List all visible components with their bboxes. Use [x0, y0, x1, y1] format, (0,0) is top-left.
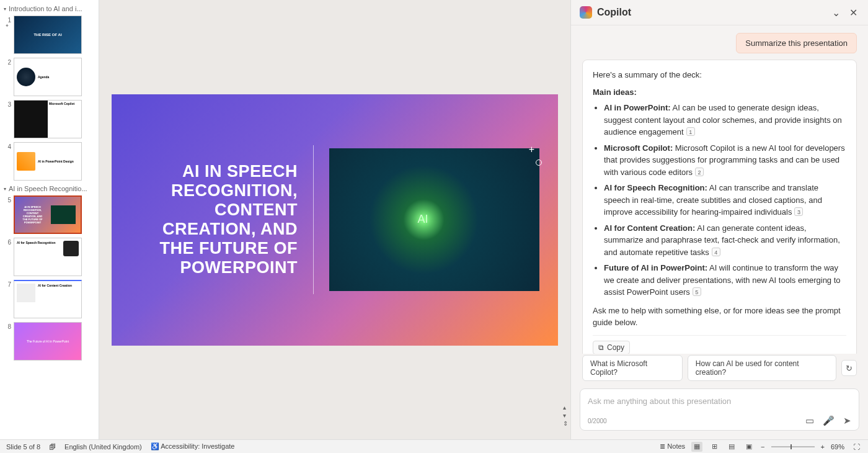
- language-status[interactable]: English (United Kingdom): [64, 443, 142, 451]
- slide-thumbnail-panel[interactable]: Introduction to AI and i... 1✦ THE RISE …: [0, 0, 99, 439]
- reference-badge[interactable]: 5: [693, 287, 701, 296]
- copilot-header: Copilot ⌄ ✕: [571, 0, 868, 25]
- copilot-logo-icon: [580, 6, 592, 19]
- refresh-suggestions-icon[interactable]: ↻: [841, 360, 857, 376]
- send-icon[interactable]: ➤: [843, 415, 851, 426]
- zoom-out-icon[interactable]: −: [761, 443, 764, 451]
- reference-badge[interactable]: 4: [712, 248, 720, 256]
- thumb-slide-7[interactable]: 7 AI for Content Creation: [0, 278, 99, 320]
- thumb-number: 4: [5, 142, 11, 150]
- notes-toggle[interactable]: ≣ Notes: [660, 442, 685, 451]
- copilot-input-box[interactable]: 0/2000 ▭ 🎤 ➤: [580, 388, 859, 431]
- notes-icon[interactable]: 🗐: [49, 443, 56, 451]
- suggestion-pill-1[interactable]: What is Microsoft Copilot?: [582, 355, 683, 381]
- thumb-number: 2: [5, 58, 11, 66]
- reply-outro: Ask me to help with something else, or f…: [593, 305, 846, 329]
- copilot-conversation[interactable]: Summarize this presentation Here's a sum…: [571, 25, 868, 354]
- add-icon[interactable]: +: [529, 144, 534, 155]
- stage-scroll-buttons[interactable]: ▴ ▾ ⇕: [563, 404, 568, 427]
- scroll-up-icon[interactable]: ▴: [563, 404, 568, 411]
- status-bar: Slide 5 of 8 🗐 English (United Kingdom) …: [0, 439, 868, 453]
- reference-badge[interactable]: 3: [794, 207, 803, 216]
- thumb-number: 3: [5, 100, 11, 108]
- prompt-guide-icon[interactable]: ▭: [805, 415, 814, 426]
- slide-hero-image[interactable]: [329, 148, 539, 291]
- list-item: AI for Speech Recognition: AI can transc…: [604, 182, 846, 218]
- user-message: Summarize this presentation: [736, 33, 857, 53]
- thumb-number: 7: [5, 280, 11, 288]
- slide-counter[interactable]: Slide 5 of 8: [6, 443, 40, 451]
- normal-view-icon[interactable]: ▦: [691, 442, 702, 452]
- reply-bullets: AI in PowerPoint: AI can be used to gene…: [593, 102, 846, 298]
- star-icon: ✦: [5, 24, 11, 29]
- close-icon[interactable]: ✕: [847, 7, 859, 19]
- sorter-view-icon[interactable]: ⊞: [709, 442, 720, 452]
- copilot-reply: Here's a summary of the deck: Main ideas…: [582, 60, 857, 354]
- chevron-down-icon[interactable]: ⌄: [830, 7, 842, 19]
- reading-view-icon[interactable]: ▤: [726, 442, 737, 452]
- thumb-slide-6[interactable]: 6 AI for Speech Recognition: [0, 236, 99, 278]
- reply-intro: Here's a summary of the deck:: [593, 69, 846, 81]
- scroll-split-icon[interactable]: ⇕: [563, 420, 568, 427]
- copilot-panel: Copilot ⌄ ✕ Summarize this presentation …: [570, 0, 868, 439]
- accessibility-icon: ♿: [151, 442, 159, 450]
- thumb-number: 6: [5, 238, 11, 246]
- suggestion-row: What is Microsoft Copilot? How can AI be…: [571, 354, 868, 386]
- thumb-slide-3[interactable]: 3 Microsoft Copilot: [0, 98, 99, 140]
- zoom-slider[interactable]: [771, 446, 815, 447]
- copilot-title: Copilot: [597, 7, 825, 18]
- fit-to-window-icon[interactable]: ⛶: [851, 442, 862, 452]
- circle-icon[interactable]: [536, 159, 542, 166]
- thumb-slide-4[interactable]: 4 AI in PowerPoint Design: [0, 140, 99, 182]
- section-header-intro[interactable]: Introduction to AI and i...: [0, 2, 99, 14]
- thumb-slide-1[interactable]: 1✦ THE RISE OF AI: [0, 14, 99, 56]
- zoom-in-icon[interactable]: +: [821, 443, 825, 451]
- slideshow-view-icon[interactable]: ▣: [743, 442, 755, 452]
- thumb-slide-8[interactable]: 8 The Future of AI in PowerPoint: [0, 320, 99, 362]
- microphone-icon[interactable]: 🎤: [823, 415, 835, 426]
- list-item: Microsoft Copilot: Microsoft Copilot is …: [604, 142, 846, 179]
- section-header-speech[interactable]: AI in Speech Recognitio...: [0, 182, 99, 194]
- thumb-number: 8: [5, 322, 11, 330]
- thumb-slide-2[interactable]: 2 Agenda: [0, 56, 99, 98]
- copy-button[interactable]: ⧉ Copy: [593, 341, 630, 354]
- accessibility-status[interactable]: ♿ Accessibility: Investigate: [151, 442, 235, 451]
- copilot-prompt-input[interactable]: [588, 397, 851, 406]
- slide-stage[interactable]: AI IN SPEECH RECOGNITION, CONTENT CREATI…: [99, 0, 570, 439]
- thumb-slide-5[interactable]: 5 AI IN SPEECH RECOGNITION, CONTENT CREA…: [0, 194, 99, 236]
- thumb-number: 5: [5, 195, 11, 204]
- current-slide[interactable]: AI IN SPEECH RECOGNITION, CONTENT CREATI…: [112, 94, 558, 346]
- list-item: AI for Content Creation: AI can generate…: [604, 222, 846, 259]
- char-counter: 0/2000: [588, 418, 607, 424]
- main-ideas-heading: Main ideas:: [593, 86, 846, 99]
- reference-badge[interactable]: 1: [686, 127, 695, 136]
- list-item: Future of AI in PowerPoint: AI will cont…: [604, 262, 846, 298]
- suggestion-pill-2[interactable]: How can AI be used for content creation?: [688, 355, 836, 381]
- copy-icon: ⧉: [598, 343, 604, 352]
- reference-badge[interactable]: 2: [695, 168, 704, 176]
- slide-title[interactable]: AI IN SPEECH RECOGNITION, CONTENT CREATI…: [136, 162, 298, 277]
- zoom-percent[interactable]: 69%: [831, 443, 844, 451]
- list-item: AI in PowerPoint: AI can be used to gene…: [604, 102, 846, 138]
- slide-divider: [313, 145, 314, 294]
- scroll-down-icon[interactable]: ▾: [563, 412, 568, 419]
